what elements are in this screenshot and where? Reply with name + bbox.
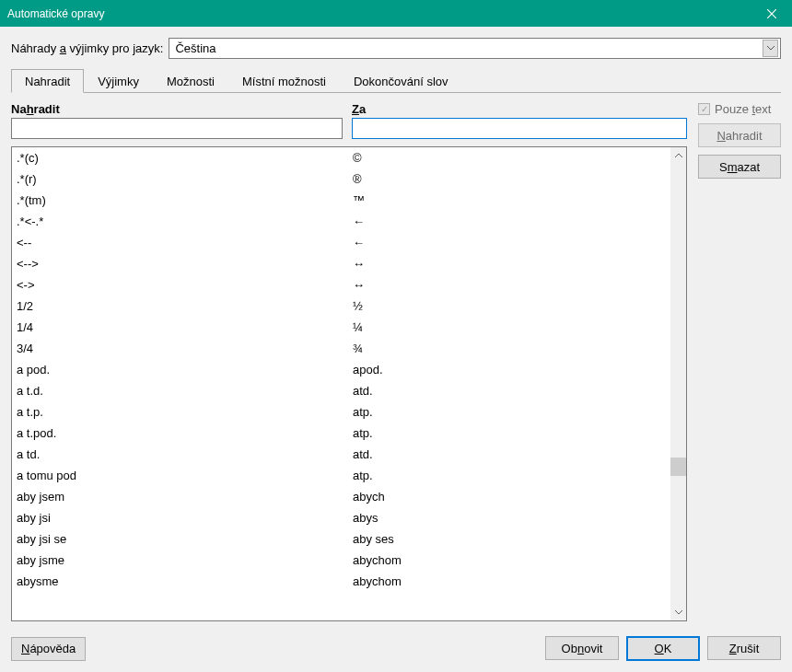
list-item[interactable]: abysmeabychom [12,571,670,592]
list-item[interactable]: .*(tm)™ [12,190,670,211]
scroll-down-button[interactable] [670,605,686,620]
tab-options[interactable]: Možnosti [153,69,228,93]
list-item-replace: .*(r) [17,172,353,186]
list-item-replace: .*(c) [17,151,353,165]
list-item-with: apod. [353,363,670,377]
list-item-replace: a td. [17,447,353,461]
list-item-with: ¼ [353,320,670,334]
tab-local-options[interactable]: Místní možnosti [228,69,340,93]
footer-right: Obnovit OK Zrušit [545,636,781,661]
list-item-with: © [353,151,670,165]
list-item-replace: <-> [17,278,353,292]
list-item-replace: a pod. [17,363,353,377]
header-replace: Nahradit [11,102,352,118]
chevron-up-icon [675,153,682,157]
list-item-replace: a tomu pod [17,469,353,482]
list-item-with: ½ [353,299,670,313]
inputs-row [11,118,687,139]
window-title: Automatické opravy [7,7,104,20]
list-item-with: aby ses [353,532,670,546]
list-item-replace: a t.d. [17,384,353,398]
main-column: Nahradit Za .*(c)©.*(r)®.*(tm)™.*<-.*←<-… [11,102,687,621]
list-item-with: ™ [353,193,670,207]
header-with: Za [352,102,366,118]
scroll-up-button[interactable] [670,147,686,163]
replace-input[interactable] [11,118,343,139]
list-item[interactable]: a tomu podatp. [12,465,670,486]
list-item[interactable]: aby jsi seaby ses [12,528,670,550]
list-item-replace: a t.p. [17,405,353,419]
list-item[interactable]: 1/2½ [12,295,670,317]
list-item-with: ¾ [353,342,670,355]
list-item-with: atp. [353,469,670,482]
list-item[interactable]: a t.d.atd. [12,380,670,401]
ok-button[interactable]: OK [626,636,700,661]
list-item-with: ↔ [353,257,670,271]
entries-list[interactable]: .*(c)©.*(r)®.*(tm)™.*<-.*←<--←<-->↔<->↔1… [11,146,687,621]
cancel-button[interactable]: Zrušit [707,636,781,660]
list-item-replace: <-- [17,236,353,249]
footer: Nápověda Obnovit OK Zrušit [11,636,781,661]
list-item-with: ← [353,214,670,228]
list-item-replace: 1/2 [17,299,353,313]
close-icon [767,9,776,18]
list-item[interactable]: 1/4¼ [12,317,670,338]
text-only-label: Pouze text [715,102,771,116]
list-item-replace: <--> [17,257,353,271]
delete-button[interactable]: Smazat [698,155,781,179]
reset-button[interactable]: Obnovit [545,636,619,660]
scrollbar[interactable] [670,147,686,620]
language-select[interactable]: Čeština [169,38,781,59]
language-row: Náhrady a výjimky pro jazyk: Čeština [11,38,781,59]
list-item-with: abychom [353,574,670,588]
list-item-replace: 3/4 [17,342,353,355]
list-item[interactable]: aby jsiabys [12,507,670,528]
column-headers: Nahradit Za [11,102,687,118]
list-item-replace: a t.pod. [17,426,353,440]
side-column: Pouze text Nahradit Smazat [698,102,781,621]
language-label: Náhrady a výjimky pro jazyk: [11,41,163,55]
list-item-with: atp. [353,426,670,440]
list-item[interactable]: a t.p.atp. [12,401,670,423]
list-item-with: ↔ [353,278,670,292]
tab-replace[interactable]: Nahradit [11,69,84,93]
list-item-replace: aby jsi se [17,532,353,546]
list-item[interactable]: 3/4¾ [12,338,670,359]
text-only-checkbox [698,103,710,115]
dialog-body: Náhrady a výjimky pro jazyk: Čeština Nah… [0,27,792,672]
list-item-replace: aby jsi [17,511,353,525]
list-item-with: atd. [353,384,670,398]
list-item-with: abychom [353,553,670,567]
list-item[interactable]: a td.atd. [12,444,670,465]
list-item[interactable]: .*(c)© [12,147,670,168]
new-replace-button: Nahradit [698,123,781,147]
list-item[interactable]: .*(r)® [12,168,670,190]
content-area: Nahradit Za .*(c)©.*(r)®.*(tm)™.*<-.*←<-… [11,102,781,621]
list-item-replace: .*(tm) [17,193,353,207]
list-item[interactable]: aby jsemabych [12,486,670,507]
close-button[interactable] [751,0,792,27]
text-only-row: Pouze text [698,102,781,116]
tab-word-completion[interactable]: Dokončování slov [340,69,462,93]
list-item[interactable]: .*<-.*← [12,211,670,232]
list-item[interactable]: <--← [12,232,670,253]
chevron-down-icon [763,40,778,57]
list-item[interactable]: aby jsmeabychom [12,550,670,571]
list-item[interactable]: <-->↔ [12,253,670,274]
scroll-track[interactable] [670,163,686,605]
chevron-down-icon [675,610,682,615]
tab-exceptions[interactable]: Výjimky [84,69,153,93]
list-item-with: abych [353,490,670,504]
list-item[interactable]: <->↔ [12,274,670,295]
list-item-replace: 1/4 [17,320,353,334]
list-item-with: abys [353,511,670,525]
with-input[interactable] [352,118,687,139]
help-button[interactable]: Nápověda [11,637,86,661]
list-item-replace: abysme [17,574,353,588]
list-item[interactable]: a t.pod.atp. [12,423,670,444]
language-value: Čeština [175,41,215,55]
list-item-replace: aby jsem [17,490,353,504]
list-item[interactable]: a pod.apod. [12,359,670,380]
list-item-with: atd. [353,447,670,461]
scroll-thumb[interactable] [670,458,686,476]
